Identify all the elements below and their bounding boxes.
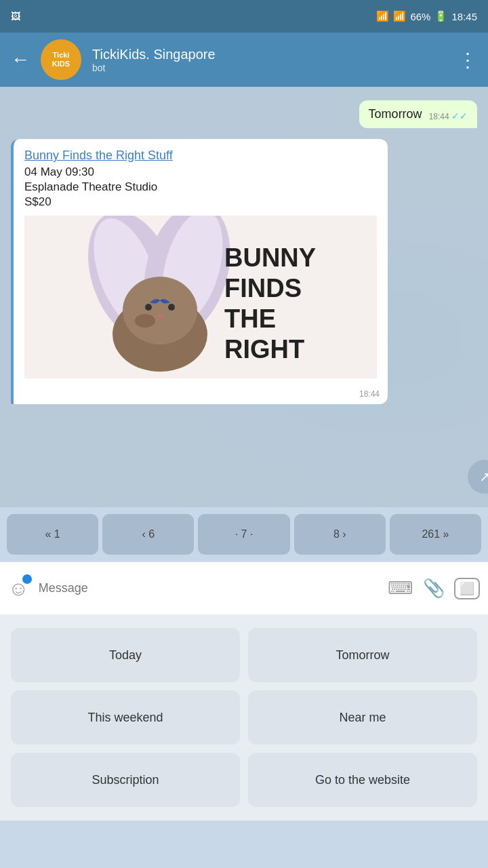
card-time: 18:44: [359, 389, 380, 399]
message-input-area: ☺ ⌨ 📎 ⬜: [0, 561, 488, 614]
keyboard-icon: ⌨: [388, 578, 413, 598]
clock: 18:45: [451, 11, 477, 22]
page-prev-button[interactable]: ‹ 6: [102, 514, 194, 555]
this-weekend-button[interactable]: This weekend: [11, 690, 240, 745]
keyboard-button[interactable]: ⌨: [388, 578, 413, 599]
notification-badge: [22, 574, 32, 584]
battery-icon: 🔋: [434, 10, 447, 22]
wifi-icon: 📶: [376, 10, 389, 22]
battery-percent: 66%: [410, 11, 430, 22]
more-menu-button[interactable]: ⋮: [458, 49, 477, 71]
avatar-text: Ticki KIDS: [52, 51, 70, 68]
svg-point-10: [135, 314, 155, 328]
share-icon: ↗: [479, 469, 489, 485]
subscription-button[interactable]: Subscription: [11, 753, 240, 807]
svg-point-8: [168, 304, 175, 311]
svg-text:FINDS: FINDS: [224, 274, 302, 302]
camera-icon: ⬜: [460, 581, 474, 596]
received-card: Bunny Finds the Right Stuff 04 May 09:30…: [11, 139, 477, 404]
sent-bubble: Tomorrow 18:44 ✓✓: [359, 100, 477, 128]
bot-avatar: Ticki KIDS: [41, 39, 81, 80]
sent-time: 18:44 ✓✓: [429, 111, 468, 121]
event-date: 04 May 09:30: [24, 165, 377, 179]
tomorrow-button[interactable]: Tomorrow: [248, 628, 477, 682]
camera-button[interactable]: ⬜: [454, 578, 480, 599]
event-illustration: BUNNY FINDS THE RIGHT: [24, 216, 377, 378]
signal-icon: 📶: [393, 10, 406, 22]
svg-point-7: [145, 304, 152, 311]
chat-header: ← Ticki KIDS TickiKids. Singapore bot ⋮: [0, 33, 488, 87]
bot-subtitle: bot: [92, 62, 447, 73]
message-input[interactable]: [39, 581, 378, 595]
page-last-button[interactable]: 261 »: [390, 514, 481, 555]
go-to-website-button[interactable]: Go to the website: [248, 753, 477, 807]
svg-point-6: [123, 277, 197, 344]
bot-name: TickiKids. Singapore: [92, 47, 447, 62]
image-icon: 🖼: [11, 11, 20, 22]
near-me-button[interactable]: Near me: [248, 690, 477, 745]
card-content: Bunny Finds the Right Stuff 04 May 09:30…: [14, 139, 388, 385]
svg-text:RIGHT: RIGHT: [224, 335, 304, 363]
back-button[interactable]: ←: [11, 49, 30, 71]
status-bar: 🖼 📶 📶 66% 🔋 18:45: [0, 0, 488, 33]
event-card: Bunny Finds the Right Stuff 04 May 09:30…: [11, 139, 388, 404]
today-button[interactable]: Today: [11, 628, 240, 682]
status-left: 🖼: [11, 11, 20, 22]
svg-point-9: [157, 314, 163, 318]
emoji-button[interactable]: ☺: [8, 577, 29, 600]
sent-text: Tomorrow: [369, 107, 422, 121]
paperclip-icon: 📎: [423, 578, 445, 598]
page-first-button[interactable]: « 1: [7, 514, 98, 555]
share-button[interactable]: ↗: [468, 460, 488, 494]
svg-text:THE: THE: [224, 304, 276, 333]
page-next-button[interactable]: 8 ›: [294, 514, 386, 555]
page-current-button[interactable]: · 7 ·: [198, 514, 289, 555]
read-receipt: ✓✓: [451, 111, 468, 121]
pagination-bar: « 1 ‹ 6 · 7 · 8 › 261 »: [0, 507, 488, 561]
status-right: 📶 📶 66% 🔋 18:45: [376, 10, 477, 22]
header-info: TickiKids. Singapore bot: [92, 47, 447, 73]
event-price: S$20: [24, 195, 377, 209]
chat-area: Tomorrow 18:44 ✓✓ Bunny Finds the Right …: [0, 87, 488, 507]
sent-message: Tomorrow 18:44 ✓✓: [11, 100, 477, 128]
event-title[interactable]: Bunny Finds the Right Stuff: [24, 149, 377, 163]
event-venue: Esplanade Theatre Studio: [24, 180, 377, 194]
svg-text:BUNNY: BUNNY: [224, 243, 316, 272]
quick-replies: Today Tomorrow This weekend Near me Subs…: [0, 614, 488, 821]
attach-button[interactable]: 📎: [423, 578, 445, 599]
card-footer: 18:44: [14, 385, 388, 404]
event-image: BUNNY FINDS THE RIGHT: [24, 216, 377, 378]
